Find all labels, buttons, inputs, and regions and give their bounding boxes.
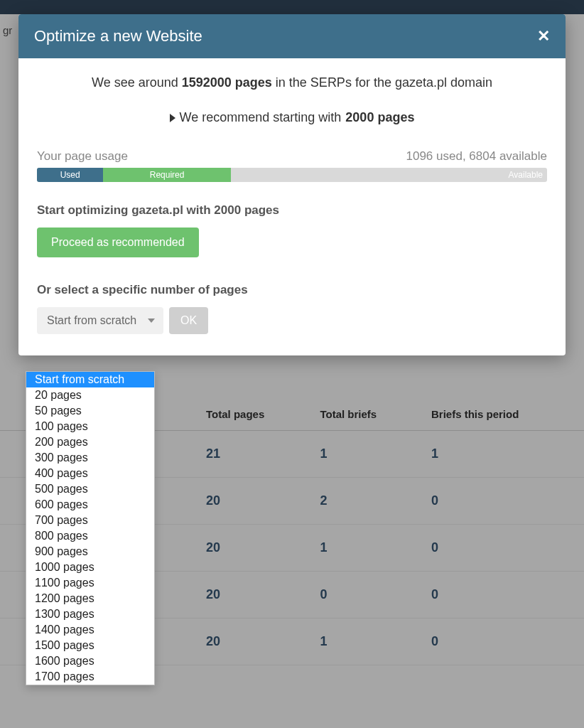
dropdown-option[interactable]: 20 pages — [26, 387, 154, 403]
dropdown-option[interactable]: 1100 pages — [26, 575, 154, 591]
dropdown-option[interactable]: Start from scratch — [26, 372, 154, 387]
select-row: Start from scratch OK — [37, 307, 547, 334]
modal-header: Optimize a new Website ✕ — [18, 14, 566, 58]
close-icon[interactable]: ✕ — [537, 27, 550, 46]
reco-prefix: We recommend starting with — [180, 110, 342, 125]
dropdown-option[interactable]: 1700 pages — [26, 669, 154, 685]
pages-select[interactable]: Start from scratch — [37, 307, 163, 334]
dropdown-option[interactable]: 600 pages — [26, 497, 154, 513]
modal-body: We see around 1592000 pages in the SERPs… — [18, 58, 566, 355]
dropdown-option[interactable]: 200 pages — [26, 434, 154, 450]
select-value: Start from scratch — [47, 314, 136, 327]
serp-suffix: in the SERPs for the gazeta.pl domain — [272, 75, 492, 90]
dropdown-option[interactable]: 1500 pages — [26, 638, 154, 653]
chevron-down-icon — [148, 318, 155, 323]
dropdown-option[interactable]: 800 pages — [26, 528, 154, 544]
bar-segment-available: Available — [509, 168, 543, 182]
dropdown-list[interactable]: Start from scratch20 pages50 pages100 pa… — [26, 372, 154, 685]
modal-title: Optimize a new Website — [34, 27, 202, 46]
dropdown-option[interactable]: 1300 pages — [26, 606, 154, 622]
pages-dropdown[interactable]: Start from scratch20 pages50 pages100 pa… — [26, 371, 155, 685]
usage-row: Your page usage 1096 used, 6804 availabl… — [37, 149, 547, 164]
usage-stats: 1096 used, 6804 available — [406, 149, 548, 164]
ok-button[interactable]: OK — [169, 307, 208, 334]
dropdown-option[interactable]: 100 pages — [26, 419, 154, 434]
usage-bar: Used Required Available — [37, 168, 547, 182]
bar-segment-required: Required — [103, 168, 231, 182]
serp-count: 1592000 pages — [182, 75, 272, 90]
serp-info: We see around 1592000 pages in the SERPs… — [37, 75, 547, 90]
dropdown-option[interactable]: 50 pages — [26, 403, 154, 419]
dropdown-option[interactable]: 300 pages — [26, 450, 154, 466]
dropdown-option[interactable]: 1200 pages — [26, 591, 154, 606]
usage-label: Your page usage — [37, 149, 128, 164]
reco-pages: 2000 pages — [345, 110, 414, 125]
or-select-label: Or select a specific number of pages — [37, 283, 547, 297]
dropdown-option[interactable]: 700 pages — [26, 513, 154, 528]
dropdown-option[interactable]: 1400 pages — [26, 622, 154, 638]
dropdown-option[interactable]: 900 pages — [26, 544, 154, 560]
dropdown-option[interactable]: 400 pages — [26, 466, 154, 481]
caret-right-icon — [170, 114, 175, 122]
dropdown-option[interactable]: 1000 pages — [26, 560, 154, 575]
optimize-modal: Optimize a new Website ✕ We see around 1… — [18, 14, 566, 355]
dropdown-option[interactable]: 1600 pages — [26, 653, 154, 669]
bar-segment-used: Used — [37, 168, 103, 182]
recommendation-line[interactable]: We recommend starting with 2000 pages — [37, 110, 547, 125]
serp-prefix: We see around — [92, 75, 182, 90]
start-optimizing-label: Start optimizing gazeta.pl with 2000 pag… — [37, 203, 547, 218]
proceed-button[interactable]: Proceed as recommended — [37, 228, 199, 257]
dropdown-option[interactable]: 500 pages — [26, 481, 154, 497]
